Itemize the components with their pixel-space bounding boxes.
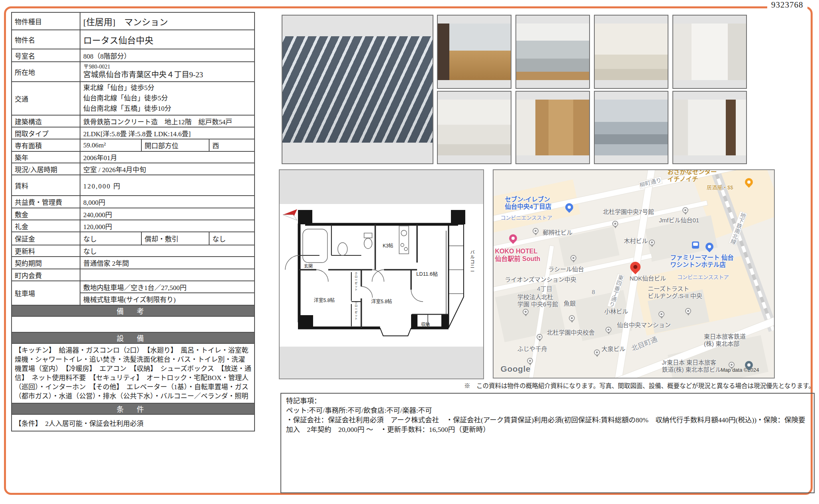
toilet-photo-image — [673, 24, 746, 80]
floorplan-room-label: クローゼット — [355, 301, 358, 320]
value-guarantee: なし — [80, 232, 141, 245]
map-label: 郵辨社ビル — [543, 229, 572, 236]
value-renewal: なし — [80, 245, 255, 257]
equipment-text: 【キッチン】 給湯器・ガスコンロ（2口） 【水廻り】 風呂・トイレ・浴室乾燥機・… — [12, 343, 255, 403]
disclaimer: ※ この資料は物件の概略紹介資料になります。写真、間取図面、設備、概要などが現況… — [279, 381, 815, 390]
balcony-photo-image — [595, 100, 668, 155]
label-address: 所在地 — [12, 62, 80, 82]
value-address: 〒980-0021宮城県仙台市青葉区中央４丁目9-23 — [80, 62, 255, 82]
map-label: Jmfビル仙台01 — [659, 217, 699, 224]
floorplan-drawing: 玄関K3帖LD11.6帖洋室5.8帖洋室5.8帖収納バルコニークローゼットクロー… — [280, 170, 483, 378]
label-amortization: 償却・敷引 — [141, 232, 209, 245]
conditions-header-bar: 条 件 — [12, 403, 255, 414]
building-exterior-photo-image — [282, 36, 433, 143]
equipment-header-bar: 設 備 — [12, 332, 255, 343]
label-room: 号室名 — [12, 49, 80, 62]
map-attribution: Map data ©2024 — [721, 367, 759, 373]
google-logo: Google — [501, 364, 531, 374]
map-label: 大泉ビル — [602, 345, 625, 353]
hallway-photo-image — [673, 100, 746, 155]
map-label: 東日本旅客鉄道 (株) 東北本部 — [704, 333, 746, 347]
compass-icon — [283, 209, 297, 220]
hallway-photo — [672, 91, 747, 164]
notes-empty-cell — [12, 316, 255, 332]
map-label: KOKO HOTEL 仙台駅前 South — [495, 248, 541, 263]
label-contract: 契約期間 — [12, 257, 80, 269]
special-notes-line2: ・保証会社：保証会社利用必須 アーク株式会社 ・保証会社(アーク賃貸保証)利用必… — [286, 415, 809, 434]
label-built: 築年 — [12, 151, 80, 163]
washbasin-photo — [437, 91, 511, 164]
bathroom-photo — [594, 15, 668, 89]
map-label: 木村ビル — [624, 237, 648, 245]
property-flyer-page: 9323768 物件種目[住居用] マンション 物件名ロータス仙台中央 号室名8… — [0, 0, 819, 504]
label-area: 専有面積 — [12, 139, 80, 151]
value-fees: 8,000円 — [80, 196, 255, 208]
map-label: NDK仙台ビル — [629, 275, 666, 282]
label-property-type: 物件種目 — [12, 12, 80, 30]
map-label: 仙台中央マンション — [617, 322, 671, 329]
map-label: ふじや千舟 — [517, 345, 547, 353]
map-label: 学校法人北杜 学園 中央6号館 — [517, 294, 558, 308]
value-contract: 普通借家 2年間 — [80, 257, 255, 269]
map: セブン-イレブン 仙台中央4丁目店コンビニエンスストアおさかなセンター イチノイ… — [493, 169, 775, 378]
map-label: 居酒屋・$$ — [707, 184, 733, 190]
floorplan-room-label: LD11.6帖 — [416, 271, 438, 277]
document-id: 9323768 — [767, 0, 807, 10]
map-label: ラシール仙台 — [548, 266, 584, 273]
value-key-money: 120,000円 — [80, 220, 255, 232]
map-label: Jr東日本 東日本旅客 鉄道(株) 東北本部ビル — [662, 359, 721, 373]
label-guarantee: 保証金 — [12, 232, 80, 245]
value-area: 59.06m² — [80, 139, 141, 151]
special-notes-line1: ペット:不可/事務所:不可/飲食店:不可/楽器:不可 — [286, 406, 809, 415]
map-label: セブン-イレブン 仙台中央4丁目店 — [505, 196, 551, 211]
label-structure: 建築構造 — [12, 115, 80, 127]
floorplan-room-label: 玄関 — [304, 263, 313, 269]
value-parking-1: 敷地内駐車場／空き1台／27,500円 — [80, 281, 255, 293]
value-built: 2006年01月 — [80, 151, 255, 163]
floorplan: 玄関K3帖LD11.6帖洋室5.8帖洋室5.8帖収納バルコニークローゼットクロー… — [279, 169, 484, 379]
label-layout: 間取タイプ — [12, 127, 80, 139]
label-rent: 賃料 — [12, 175, 80, 196]
floorplan-room-label: 洋室5.8帖 — [371, 298, 392, 304]
property-table: 物件種目[住居用] マンション 物件名ロータス仙台中央 号室名808（8階部分）… — [11, 12, 255, 431]
special-notes-title: 特記事項： — [286, 396, 809, 406]
floorplan-room-label: バルコニー — [470, 250, 475, 274]
map-label: コンビニエンスストア — [677, 274, 729, 280]
label-access: 交通 — [12, 82, 80, 115]
map-label: 4丁目 — [537, 285, 552, 292]
map-label: 北杜学園中央校舎 — [547, 329, 595, 336]
value-room: 808（8階部分） — [80, 49, 255, 62]
closet-photo — [515, 91, 590, 164]
closet-photo-image — [516, 100, 589, 155]
kitchen-photo — [515, 15, 590, 89]
label-status: 現況/入居時期 — [12, 163, 80, 175]
map-label: 小林ビル — [604, 308, 628, 315]
washbasin-photo-image — [438, 100, 511, 155]
floorplan-room-label: 収納 — [421, 322, 430, 327]
label-fees: 共益費・管理費 — [12, 196, 80, 208]
value-rent: 120,000 円 — [80, 175, 255, 196]
map-label: 北杜学園中央7号館 — [603, 208, 654, 216]
map-label: ライオンズマンション中央 — [505, 276, 576, 283]
value-status: 空室 / 2026年4月中旬 — [80, 163, 255, 175]
value-property-name: ロータス仙台中央 — [80, 30, 255, 49]
address-text: 宮城県仙台市青葉区中央４丁目9-23 — [83, 70, 251, 80]
map-label: 8 — [592, 288, 595, 296]
postal-code: 〒980-0021 — [83, 64, 251, 70]
bathroom-photo-image — [595, 24, 668, 80]
balcony-photo — [594, 91, 668, 164]
value-access: 東北線「仙台」徒歩5分 仙台南北線「仙台」徒歩5分 仙台南北線「五橋」徒歩10分 — [80, 82, 255, 115]
notes-header-bar: 備 考 — [12, 305, 255, 316]
value-layout: 2LDK[洋:5.8畳 洋:5.8畳 LDK:14.6畳] — [80, 127, 255, 139]
label-renewal: 更新料 — [12, 245, 80, 257]
special-notes-box: 特記事項： ペット:不可/事務所:不可/飲食店:不可/楽器:不可 ・保証会社：保… — [280, 393, 815, 493]
toilet-photo — [672, 15, 747, 89]
map-label: おさかなセンター イチノイチ — [667, 169, 717, 183]
map-label: ファミリーマート 仙台 ワシントンホテル店 — [670, 254, 734, 269]
value-amortization: なし — [209, 232, 255, 245]
map-label: 北目町通 — [631, 335, 659, 353]
label-deposit: 敷金 — [12, 208, 80, 220]
floorplan-room-label: 洋室5.8帖 — [314, 297, 335, 303]
map-label: ニーズトラスト ビルヂング.S-II 中央 — [648, 285, 702, 299]
floorplan-room-label: クローゼット — [355, 272, 358, 291]
